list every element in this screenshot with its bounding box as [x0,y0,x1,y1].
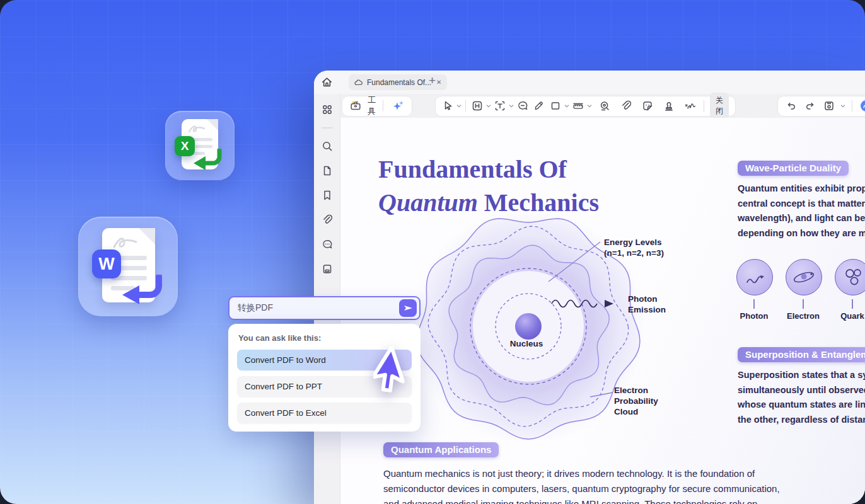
comments-icon[interactable] [319,238,335,251]
energy-levels-label: Energy Levels (n=1, n=2, n=3) [604,237,664,258]
doc-scribble [188,124,207,134]
send-icon [403,304,413,312]
toolbox-icon [347,99,364,113]
select-cursor-icon[interactable] [439,99,456,113]
chevron-down-icon[interactable] [456,99,462,113]
heading-tool-icon[interactable] [469,99,485,113]
close-tools-button[interactable]: 关闭 [710,93,729,119]
cloud-icon [354,79,363,86]
undo-icon[interactable] [783,99,799,113]
save-icon[interactable] [821,99,837,113]
word-file-card: W [78,217,178,316]
applications-badge: Quantum Applications [383,442,499,457]
highlighter-icon[interactable] [531,99,547,113]
electron-icon [786,259,822,295]
shape-tool-icon[interactable] [547,99,564,113]
electron-cloud-label: Electron Probability Cloud [614,385,658,417]
home-icon[interactable] [320,76,334,89]
comment-tool-icon[interactable] [514,99,531,113]
attachment-icon[interactable] [319,213,335,227]
text-tool-icon[interactable] [492,99,508,113]
ai-prompt-input[interactable]: 转换PDF [228,296,421,320]
annotation-pill: 关闭 [435,96,736,117]
doc-title-rest: Mechanics [478,188,599,217]
nucleus-label: Nucleus [504,338,549,349]
suggestions-hint: You can ask like this: [238,333,412,343]
doc-title-italic: Quantum [378,188,478,217]
stamp-tool-icon[interactable] [661,99,677,113]
doc-scribble [112,236,139,251]
send-button[interactable] [399,299,417,317]
chevron-down-icon[interactable] [586,99,593,113]
pages-icon[interactable] [319,164,335,178]
applications-paragraph: Quantum mechanics is not just theory; it… [383,466,780,504]
sidebar-divider [322,127,333,129]
wave-duality-badge: Wave-Particle Duality [738,161,849,176]
ocr-tool-icon[interactable] [596,99,613,113]
chevron-down-icon[interactable] [840,99,846,113]
word-badge: W [92,249,121,278]
word-return-arrow-icon [120,275,165,311]
superposition-paragraph: Superposition states that a system simul… [738,368,865,427]
redo-icon[interactable] [802,99,818,113]
tools-pill: 工具 [342,96,412,117]
superposition-badge: Superposition & Entanglement [738,347,865,362]
quark-icon [835,259,865,295]
particle-quark: Quark [835,259,865,321]
signature-tool-icon[interactable] [682,99,699,113]
excel-return-arrow-icon [192,149,224,175]
tab-title: Fundamentals Of... [367,78,431,87]
wave-duality-paragraph: Quantum entities exhibit properties cent… [738,181,865,241]
excel-file-card: X [165,111,235,180]
chevron-down-icon[interactable] [508,99,514,113]
tab-close-icon[interactable]: ✕ [436,79,441,86]
prompt-text[interactable]: 转换PDF [229,302,399,314]
new-tab-button[interactable]: + [429,74,436,88]
attach-tool-icon[interactable] [618,99,634,113]
tools-label[interactable]: 工具 [368,94,376,117]
particle-photon: Photon [736,259,772,321]
marketing-canvas: X W [0,0,865,504]
photon-icon [736,259,773,295]
particle-electron: Electron [786,259,821,321]
mouse-cursor-icon [373,346,430,410]
bookmark-icon[interactable] [319,188,335,202]
history-pill [777,96,865,117]
tab-bar: Fundamentals Of... ✕ + [314,71,865,94]
share-icon[interactable] [858,99,865,113]
ai-sparkles-icon[interactable] [390,99,407,113]
main-toolbar: 工具 [340,94,865,118]
chevron-down-icon[interactable] [485,99,492,113]
search-icon[interactable] [319,139,335,153]
measure-tool-icon[interactable] [570,99,586,113]
apps-grid-icon[interactable] [319,103,335,117]
export-file-icon[interactable] [319,262,335,276]
chevron-down-icon[interactable] [564,99,570,113]
photon-emission-label: Photon Emission [628,294,666,315]
sticker-tool-icon[interactable] [639,99,656,113]
doc-title-line1: Fundamentals Of [378,153,567,186]
